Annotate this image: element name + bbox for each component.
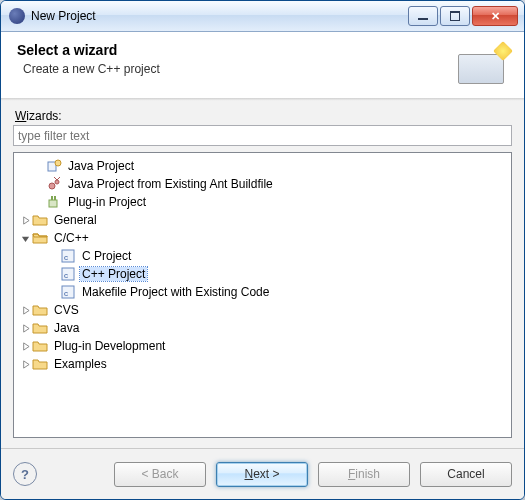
svg-point-2	[49, 183, 55, 189]
expander-spacer	[32, 159, 46, 173]
tree-item-label: Examples	[52, 357, 109, 371]
folder-icon	[32, 212, 48, 228]
content-area: Wizards: Java ProjectJava Project from E…	[1, 101, 524, 448]
cfile-icon: c	[60, 284, 76, 300]
tree-item-label: Java	[52, 321, 81, 335]
java-icon	[46, 158, 62, 174]
titlebar[interactable]: New Project ✕	[1, 1, 524, 32]
wizard-banner: Select a wizard Create a new C++ project	[1, 32, 524, 98]
tree-item-label: C/C++	[52, 231, 91, 245]
tree-item-label: Plug-in Development	[52, 339, 167, 353]
tree-item[interactable]: cC Project	[16, 247, 509, 265]
banner-heading: Select a wizard	[17, 42, 160, 58]
chevron-right-icon[interactable]	[18, 213, 32, 227]
tree-item[interactable]: Java Project	[16, 157, 509, 175]
plug-icon	[46, 194, 62, 210]
expander-spacer	[46, 249, 60, 263]
tree-item[interactable]: Java Project from Existing Ant Buildfile	[16, 175, 509, 193]
svg-text:c: c	[64, 253, 68, 262]
cancel-button[interactable]: Cancel	[420, 462, 512, 487]
chevron-right-icon[interactable]	[18, 339, 32, 353]
expander-spacer	[32, 177, 46, 191]
window-controls: ✕	[408, 6, 518, 26]
tree-item-label: C++ Project	[80, 267, 147, 281]
folder-icon	[32, 302, 48, 318]
svg-point-3	[55, 180, 59, 184]
tree-item[interactable]: CVS	[16, 301, 509, 319]
tree-item[interactable]: Plug-in Project	[16, 193, 509, 211]
wizard-icon	[452, 44, 512, 84]
svg-rect-8	[54, 196, 56, 200]
banner-subtitle: Create a new C++ project	[23, 62, 160, 76]
tree-item-label: Java Project	[66, 159, 136, 173]
tree-item-label: Java Project from Existing Ant Buildfile	[66, 177, 275, 191]
app-icon	[9, 8, 25, 24]
chevron-down-icon[interactable]	[18, 231, 32, 245]
next-button[interactable]: Next >	[216, 462, 308, 487]
chevron-right-icon[interactable]	[18, 321, 32, 335]
back-button[interactable]: < Back	[114, 462, 206, 487]
tree-item-label: Makefile Project with Existing Code	[80, 285, 271, 299]
wizards-label: Wizards:	[15, 109, 512, 123]
folder-open-icon	[32, 230, 48, 246]
filter-input[interactable]	[13, 125, 512, 146]
tree-item-label: General	[52, 213, 99, 227]
folder-icon	[32, 356, 48, 372]
tree-item[interactable]: C/C++	[16, 229, 509, 247]
svg-text:c: c	[64, 289, 68, 298]
svg-rect-7	[51, 196, 53, 200]
svg-text:c: c	[64, 271, 68, 280]
maximize-button[interactable]	[440, 6, 470, 26]
svg-rect-6	[49, 200, 57, 207]
tree-item-label: C Project	[80, 249, 133, 263]
chevron-right-icon[interactable]	[18, 357, 32, 371]
wizard-tree[interactable]: Java ProjectJava Project from Existing A…	[13, 152, 512, 438]
expander-spacer	[46, 267, 60, 281]
minimize-button[interactable]	[408, 6, 438, 26]
tree-item-selected[interactable]: cC++ Project	[16, 265, 509, 283]
close-button[interactable]: ✕	[472, 6, 518, 26]
cfile-icon: c	[60, 266, 76, 282]
svg-line-5	[54, 177, 57, 180]
cfile-icon: c	[60, 248, 76, 264]
tree-item-label: Plug-in Project	[66, 195, 148, 209]
dialog-window: New Project ✕ Select a wizard Create a n…	[0, 0, 525, 500]
tree-item[interactable]: Plug-in Development	[16, 337, 509, 355]
tree-item[interactable]: cMakefile Project with Existing Code	[16, 283, 509, 301]
button-bar: ? < Back Next > Finish Cancel	[1, 449, 524, 499]
expander-spacer	[46, 285, 60, 299]
chevron-right-icon[interactable]	[18, 303, 32, 317]
svg-point-1	[55, 160, 61, 166]
finish-button[interactable]: Finish	[318, 462, 410, 487]
tree-item[interactable]: Java	[16, 319, 509, 337]
expander-spacer	[32, 195, 46, 209]
help-button[interactable]: ?	[13, 462, 37, 486]
tree-item[interactable]: General	[16, 211, 509, 229]
folder-icon	[32, 338, 48, 354]
tree-item[interactable]: Examples	[16, 355, 509, 373]
window-title: New Project	[31, 9, 408, 23]
ant-icon	[46, 176, 62, 192]
tree-item-label: CVS	[52, 303, 81, 317]
svg-line-4	[57, 177, 60, 180]
folder-icon	[32, 320, 48, 336]
